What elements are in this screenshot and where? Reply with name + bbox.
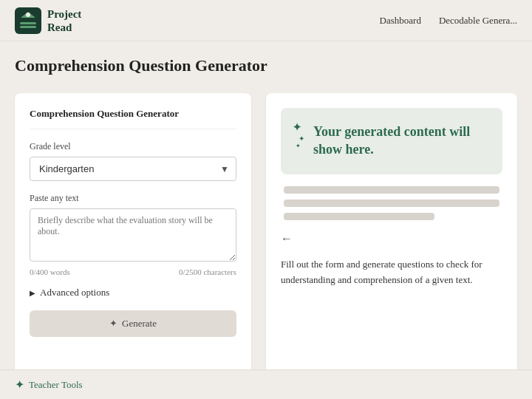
grade-label: Grade level <box>30 141 236 152</box>
back-arrow-icon[interactable]: ← <box>281 232 502 245</box>
main-content: Comprehension Question Generator Grade l… <box>0 75 532 399</box>
description-text: Fill out the form and generate questions… <box>281 257 502 288</box>
textarea-wrapper <box>30 208 236 265</box>
advanced-options-toggle[interactable]: ▶ Advanced options <box>30 287 236 299</box>
sparkle-large-icon: ✦ ✦ ✦ <box>293 123 304 149</box>
svg-rect-2 <box>20 26 36 28</box>
svg-rect-1 <box>20 22 36 24</box>
generated-content-box: ✦ ✦ ✦ Your generated content will show h… <box>281 108 502 174</box>
triangle-icon: ▶ <box>30 289 35 297</box>
text-input[interactable] <box>30 208 236 262</box>
logo-icon <box>15 7 41 34</box>
char-count: 0/2500 characters <box>179 267 236 276</box>
grade-select-wrapper: Kindergarten 1st Grade 2nd Grade 3rd Gra… <box>30 157 236 181</box>
textarea-label: Paste any text <box>30 193 236 204</box>
generate-button[interactable]: ✦ Generate <box>30 310 236 337</box>
app-header: Project Read Dashboard Decodable Genera.… <box>0 0 532 41</box>
generated-title: Your generated content will show here. <box>313 123 470 159</box>
right-panel: ✦ ✦ ✦ Your generated content will show h… <box>266 93 517 386</box>
svg-rect-0 <box>15 7 41 34</box>
generated-title-line1: Your generated content will <box>313 124 470 139</box>
panel-title: Comprehension Question Generator <box>30 108 236 129</box>
page-title-area: Comprehension Question Generator <box>0 41 532 75</box>
placeholder-line-2 <box>284 200 499 207</box>
nav-dashboard[interactable]: Dashboard <box>380 15 421 27</box>
nav-decodable[interactable]: Decodable Genera... <box>439 15 517 27</box>
placeholder-line-1 <box>284 186 499 194</box>
grade-select[interactable]: Kindergarten 1st Grade 2nd Grade 3rd Gra… <box>30 157 236 181</box>
svg-point-3 <box>26 13 30 17</box>
placeholder-line-3 <box>284 213 434 220</box>
generated-title-line2: show here. <box>313 142 374 157</box>
logo-text: Project Read <box>47 7 81 34</box>
teacher-tools-label: Teacher Tools <box>29 379 83 391</box>
top-nav: Dashboard Decodable Genera... <box>380 15 517 27</box>
teacher-tools-icon: ✦ <box>15 378 24 392</box>
word-count: 0/400 words <box>30 267 70 276</box>
generate-label: Generate <box>122 318 157 330</box>
page-title: Comprehension Question Generator <box>15 56 517 75</box>
sparkle-btn-icon: ✦ <box>109 318 117 330</box>
logo: Project Read <box>15 7 81 34</box>
footer: ✦ Teacher Tools <box>0 369 532 399</box>
placeholder-lines <box>281 186 502 220</box>
advanced-options-label: Advanced options <box>40 287 109 299</box>
left-panel: Comprehension Question Generator Grade l… <box>15 93 251 386</box>
word-count-row: 0/400 words 0/2500 characters <box>30 267 236 276</box>
